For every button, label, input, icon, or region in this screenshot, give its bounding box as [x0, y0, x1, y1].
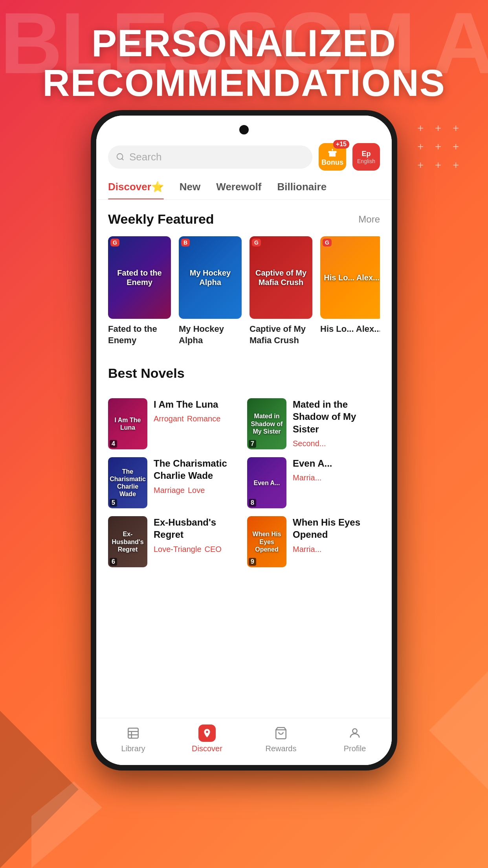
screen-content: Search +15 Bonus Ep English — [96, 116, 392, 765]
decoration-plus-grid: +++ +++ +++ — [417, 122, 464, 171]
book-cover-text-3: Captive of My Mafia Crush — [250, 236, 312, 319]
novels-grid: I Am The Luna 4 I Am The Luna Arrogant R… — [96, 394, 392, 571]
novel-info-1: I Am The Luna Arrogant Romance — [154, 398, 241, 423]
library-label: Library — [121, 744, 145, 753]
novel-rank-1: 4 — [110, 440, 117, 448]
book-cover-text-1: Fated to the Enemy — [108, 236, 171, 319]
lang-ep-text: Ep — [361, 150, 371, 158]
nav-discover[interactable]: Discover — [170, 725, 244, 753]
book-title-4: His Lo... Alex... — [320, 324, 380, 335]
novel-rank-3: 5 — [110, 499, 117, 507]
tab-discover[interactable]: Discover⭐ — [108, 175, 164, 199]
featured-books-list: G Fated to the Enemy Fated to the Enemy … — [108, 236, 380, 350]
tag-ceo[interactable]: CEO — [205, 545, 222, 554]
book-cover-text-4: His Lo... Alex... — [320, 236, 380, 319]
novel-tags-3: Marriage Love — [154, 486, 241, 495]
nav-library[interactable]: Library — [96, 725, 170, 753]
weekly-featured-section: Weekly Featured More G Fated to the Enem… — [96, 200, 392, 354]
search-bar[interactable]: Search — [108, 145, 312, 169]
tab-billionaire[interactable]: Billionaire — [277, 175, 327, 199]
tag-romance[interactable]: Romance — [187, 414, 221, 423]
book-title-3: Captive of My Mafia Crush — [250, 324, 312, 346]
novel-item-6[interactable]: When His Eyes Opened 9 When His Eyes Ope… — [247, 516, 380, 567]
svg-rect-2 — [328, 151, 337, 153]
library-icon — [125, 725, 142, 742]
lang-sub-text: English — [357, 158, 375, 164]
novel-info-5: Ex-Husband's Regret Love-Triangle CEO — [154, 516, 241, 554]
novel-item-1[interactable]: I Am The Luna 4 I Am The Luna Arrogant R… — [108, 398, 241, 449]
profile-label: Profile — [344, 744, 366, 753]
bg-shape-right — [429, 671, 488, 789]
novel-info-4: Even A... Marria... — [293, 457, 380, 482]
profile-icon — [346, 725, 363, 742]
best-novels-title: Best Novels — [108, 366, 185, 381]
rewards-label: Rewards — [266, 744, 297, 753]
page-title: PERSONALIZED RECOMMENDATIONS — [0, 24, 488, 103]
bonus-badge[interactable]: +15 Bonus — [319, 143, 346, 171]
svg-rect-4 — [128, 728, 138, 738]
novel-tags-4: Marria... — [293, 473, 380, 482]
tag-marriage[interactable]: Marriage — [154, 486, 185, 495]
rewards-icon — [272, 725, 290, 742]
tag-love[interactable]: Love — [188, 486, 205, 495]
bottom-navigation: Library Discover — [96, 718, 392, 765]
svg-line-1 — [122, 158, 123, 160]
novel-tags-2: Second... — [293, 439, 380, 448]
novel-tags-5: Love-Triangle CEO — [154, 545, 241, 554]
novel-title-6: When His Eyes Opened — [293, 516, 380, 541]
main-scroll-area[interactable]: Weekly Featured More G Fated to the Enem… — [96, 200, 392, 718]
book-cover-1: G Fated to the Enemy — [108, 236, 171, 319]
novel-rank-2: 7 — [249, 440, 256, 448]
novel-cover-6: When His Eyes Opened 9 — [247, 516, 286, 567]
language-badge[interactable]: Ep English — [352, 143, 380, 171]
novel-item-5[interactable]: Ex-Husband's Regret 6 Ex-Husband's Regre… — [108, 516, 241, 567]
bonus-count: +15 — [333, 140, 349, 149]
tag-second[interactable]: Second... — [293, 439, 326, 448]
tab-new[interactable]: New — [180, 175, 200, 199]
novel-item-3[interactable]: The Charismatic Charlie Wade 5 The Chari… — [108, 457, 241, 508]
novel-item-4[interactable]: Even A... 8 Even A... Marria... — [247, 457, 380, 508]
novel-info-2: Mated in the Shadow of My Sister Second.… — [293, 398, 380, 448]
novel-cover-2: Mated in Shadow of My Sister 7 — [247, 398, 286, 449]
book-card-3[interactable]: G Captive of My Mafia Crush Captive of M… — [250, 236, 312, 346]
phone-screen: Search +15 Bonus Ep English — [96, 116, 392, 765]
book-cover-text-2: My Hockey Alpha — [179, 236, 242, 319]
novel-title-2: Mated in the Shadow of My Sister — [293, 398, 380, 435]
book-cover-2: B My Hockey Alpha — [179, 236, 242, 319]
novel-cover-4: Even A... 8 — [247, 457, 286, 508]
tag-love-triangle[interactable]: Love-Triangle — [154, 545, 202, 554]
search-placeholder-text: Search — [129, 151, 161, 163]
best-novels-header: Best Novels — [108, 366, 380, 381]
nav-rewards[interactable]: Rewards — [244, 725, 318, 753]
novel-info-6: When His Eyes Opened Marria... — [293, 516, 380, 554]
weekly-featured-more[interactable]: More — [358, 214, 380, 225]
category-tabs: Discover⭐ New Werewolf Billionaire — [96, 175, 392, 200]
novel-cover-1: I Am The Luna 4 — [108, 398, 147, 449]
tag-marria2[interactable]: Marria... — [293, 545, 321, 554]
svg-point-9 — [352, 729, 357, 733]
novel-rank-6: 9 — [249, 558, 256, 566]
novel-tags-6: Marria... — [293, 545, 380, 554]
camera-notch — [239, 125, 249, 134]
tag-marria[interactable]: Marria... — [293, 473, 321, 482]
book-cover-3: G Captive of My Mafia Crush — [250, 236, 312, 319]
novel-title-3: The Charismatic Charlie Wade — [154, 457, 241, 482]
top-bar: Search +15 Bonus Ep English — [96, 116, 392, 175]
novel-tags-1: Arrogant Romance — [154, 414, 241, 423]
bonus-label: Bonus — [321, 158, 343, 167]
novel-cover-5: Ex-Husband's Regret 6 — [108, 516, 147, 567]
novel-info-3: The Charismatic Charlie Wade Marriage Lo… — [154, 457, 241, 495]
novel-rank-4: 8 — [249, 499, 256, 507]
svg-point-0 — [117, 154, 123, 160]
book-card-1[interactable]: G Fated to the Enemy Fated to the Enemy — [108, 236, 171, 346]
novel-item-2[interactable]: Mated in Shadow of My Sister 7 Mated in … — [247, 398, 380, 449]
tab-werewolf[interactable]: Werewolf — [216, 175, 261, 199]
book-card-2[interactable]: B My Hockey Alpha My Hockey Alpha — [179, 236, 242, 346]
tag-arrogant[interactable]: Arrogant — [154, 414, 184, 423]
book-card-4[interactable]: G His Lo... Alex... His Lo... Alex... — [320, 236, 380, 346]
best-novels-section: Best Novels — [96, 354, 392, 394]
svg-rect-3 — [329, 153, 336, 156]
nav-profile[interactable]: Profile — [318, 725, 392, 753]
phone-frame: Search +15 Bonus Ep English — [91, 110, 397, 771]
book-cover-4: G His Lo... Alex... — [320, 236, 380, 319]
